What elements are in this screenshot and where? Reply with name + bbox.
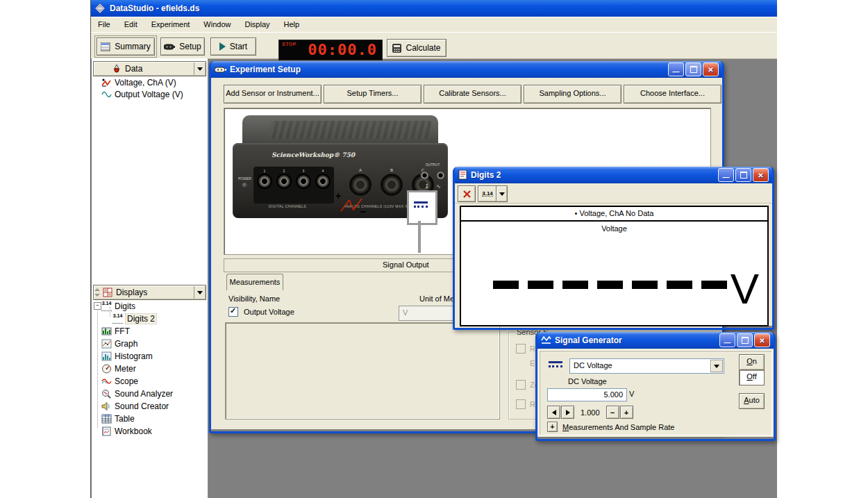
output-voltage-checkbox[interactable]: ✓: [228, 307, 238, 317]
display-item-graph[interactable]: Graph: [92, 338, 206, 349]
display-item-workbook[interactable]: Workbook: [92, 425, 206, 437]
menu-edit[interactable]: Edit: [117, 17, 144, 31]
data-panel-header[interactable]: Data: [93, 61, 206, 76]
display-item-meter[interactable]: Meter: [92, 363, 206, 374]
display-item-digits2[interactable]: 3.14 Digits 2: [92, 313, 206, 324]
display-item-scope[interactable]: Scope: [92, 375, 206, 387]
data-item-output-voltage[interactable]: Output Voltage (V): [92, 88, 206, 100]
menu-file[interactable]: File: [91, 17, 117, 31]
step-left-button[interactable]: [547, 406, 560, 419]
maximize-button[interactable]: [737, 333, 753, 347]
minimize-icon: —: [724, 339, 731, 347]
chevron-down-icon: [499, 192, 505, 196]
display-item-histogram[interactable]: Histogram: [92, 350, 206, 362]
digits2-window: Digits 2 — ✕ 3.14 • Voltage, ChA N: [453, 167, 774, 330]
decrement-button[interactable]: −: [606, 406, 619, 419]
digital-port-icon: [276, 174, 292, 189]
data-panel-title: Data: [125, 64, 142, 74]
remove-measurement-button[interactable]: [458, 185, 476, 202]
waveform-dropdown-button[interactable]: [710, 360, 723, 372]
minimize-button[interactable]: —: [718, 168, 734, 182]
display-item-fft[interactable]: FFT: [92, 325, 206, 337]
displays-panel-header[interactable]: Displays: [93, 285, 206, 300]
calculator-icon: [392, 44, 401, 53]
data-item-voltage-cha[interactable]: Voltage, ChA (V): [92, 76, 206, 88]
analog-port-icon: [381, 174, 403, 196]
display-item-table[interactable]: Table: [92, 413, 206, 424]
add-sensor-button[interactable]: Add Sensor or Instrument...: [224, 85, 322, 103]
calculate-button[interactable]: Calculate: [387, 39, 446, 57]
summary-panel: Data Voltage, ChA (V) Output Voltage (V)…: [92, 58, 208, 498]
minimize-button[interactable]: —: [668, 63, 684, 76]
plus-icon: +: [551, 423, 555, 431]
calibrate-sensors-button[interactable]: Calibrate Sensors...: [424, 85, 521, 103]
data-panel-dropdown[interactable]: [194, 63, 206, 75]
choose-interface-button[interactable]: Choose Interface...: [624, 85, 721, 103]
signal-output-plug[interactable]: [407, 190, 437, 225]
calculate-label: Calculate: [406, 43, 440, 53]
close-button[interactable]: ✕: [753, 168, 769, 182]
display-item-sound-creator[interactable]: Sound Creator: [92, 400, 206, 412]
maximize-button[interactable]: [685, 63, 701, 76]
device-vents: [268, 121, 432, 139]
close-button[interactable]: ✕: [703, 63, 719, 76]
menu-help[interactable]: Help: [277, 17, 307, 31]
on-button[interactable]: On: [739, 354, 765, 370]
signal-lines-icon: [414, 201, 428, 208]
chevron-down-icon: [197, 67, 203, 71]
amplitude-input[interactable]: 5.000: [547, 388, 627, 401]
digits2-titlebar: Digits 2 — ✕: [455, 167, 772, 183]
minimize-button[interactable]: —: [719, 333, 735, 347]
dash: [597, 281, 623, 289]
sensor-checkbox[interactable]: [516, 344, 526, 354]
table-icon: [101, 414, 112, 424]
setup-button[interactable]: Setup: [160, 38, 205, 56]
menu-window[interactable]: Window: [197, 17, 237, 31]
increment-button[interactable]: +: [620, 406, 633, 419]
auto-button[interactable]: Auto: [739, 393, 765, 409]
digital-port-icon: [257, 174, 272, 189]
minus-icon: −: [610, 408, 615, 417]
display-item-sound-analyzer[interactable]: Sound Analyzer: [92, 388, 206, 399]
off-button[interactable]: Off: [739, 370, 765, 385]
output-jack-icon: [436, 171, 445, 180]
menu-display[interactable]: Display: [237, 17, 276, 31]
setup-timers-button[interactable]: Setup Timers...: [324, 85, 422, 103]
measurements-list-panel: [225, 322, 500, 420]
display-item-label: Graph: [115, 339, 137, 349]
start-button[interactable]: Start: [210, 38, 256, 56]
setup-label: Setup: [179, 42, 201, 51]
timer-display: STOP 00:00.0: [278, 40, 383, 60]
output-section: OUTPUT ↧∿: [419, 163, 446, 190]
waveform-select[interactable]: DC Voltage: [569, 358, 724, 374]
signal-generator-icon: [541, 336, 551, 345]
start-label: Start: [230, 42, 247, 51]
collapse-icon[interactable]: −: [94, 302, 101, 310]
interface-icon: [215, 67, 226, 73]
maximize-button[interactable]: [735, 168, 751, 182]
experiment-setup-titlebar: Experiment Setup — ✕: [211, 61, 722, 78]
step-right-button[interactable]: [561, 406, 574, 419]
voltage-sensor-symbol[interactable]: + −: [335, 190, 367, 218]
dash: [632, 281, 658, 289]
app-icon: [95, 3, 106, 13]
digits-format-button[interactable]: 3.14: [478, 185, 497, 202]
maximize-icon: [742, 337, 749, 344]
close-button[interactable]: ✕: [754, 333, 770, 347]
app-titlebar: DataStudio - efields.ds: [91, 0, 777, 17]
sampling-options-button[interactable]: Sampling Options...: [524, 85, 621, 103]
displays-panel-dropdown[interactable]: [194, 286, 206, 299]
digits2-measurement-header[interactable]: • Voltage, ChA No Data: [461, 207, 767, 222]
menu-experiment[interactable]: Experiment: [144, 17, 197, 31]
sensor-checkbox[interactable]: [516, 399, 526, 409]
expand-button[interactable]: +: [547, 422, 558, 432]
display-item-digits[interactable]: − 3.14 Digits: [92, 300, 206, 312]
sensor-checkbox[interactable]: [516, 380, 526, 390]
minus-terminal: −: [360, 206, 366, 218]
tab-measurements[interactable]: Measurements: [226, 274, 283, 290]
digits-format-dropdown[interactable]: [496, 185, 508, 202]
arrow-left-icon: [552, 410, 556, 415]
summary-button[interactable]: Summary: [97, 38, 155, 56]
display-item-label: Digits: [115, 301, 135, 311]
no-data-dashes: [493, 281, 727, 289]
